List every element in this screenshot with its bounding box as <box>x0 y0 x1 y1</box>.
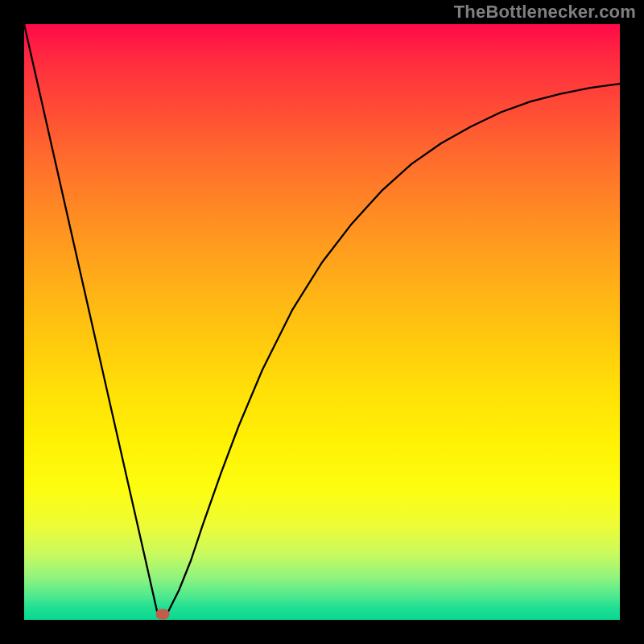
curve-layer <box>24 24 620 620</box>
watermark-text: TheBottlenecker.com <box>454 2 636 23</box>
chart-frame: TheBottlenecker.com <box>0 0 644 644</box>
optimal-point-marker <box>155 609 169 619</box>
plot-area <box>24 24 620 620</box>
bottleneck-curve-path <box>24 24 620 614</box>
